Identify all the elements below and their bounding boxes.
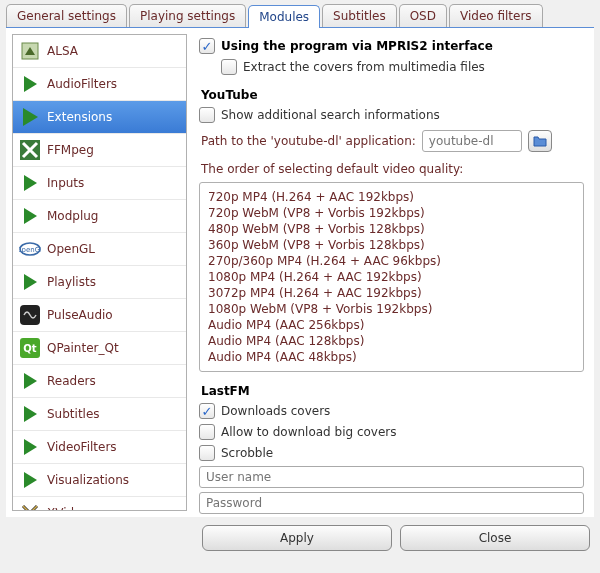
play-icon [19, 106, 41, 128]
sidebar-item-label: Playlists [47, 275, 96, 289]
sidebar-item-label: OpenGL [47, 242, 95, 256]
pulseaudio-icon [19, 304, 41, 326]
lastfm-big-row: Allow to download big covers [199, 422, 584, 443]
module-sidebar[interactable]: ALSA AudioFilters Extensions FFMpeg Inpu… [12, 34, 187, 511]
sidebar-item-alsa[interactable]: ALSA [13, 35, 186, 68]
lastfm-title: LastFM [199, 374, 584, 401]
mpris2-row: Using the program via MPRIS2 interface [199, 36, 584, 57]
extract-covers-row: Extract the covers from multimedia files [199, 57, 584, 78]
settings-panel: Using the program via MPRIS2 interface E… [191, 28, 594, 517]
youtube-show-additional-checkbox[interactable] [199, 107, 215, 123]
sidebar-item-inputs[interactable]: Inputs [13, 167, 186, 200]
sidebar-item-readers[interactable]: Readers [13, 365, 186, 398]
extract-covers-checkbox[interactable] [221, 59, 237, 75]
sidebar-item-label: Modplug [47, 209, 99, 223]
play-icon [19, 172, 41, 194]
lastfm-big-label: Allow to download big covers [221, 425, 397, 439]
quality-item[interactable]: 1080p MP4 (H.264 + AAC 192kbps) [208, 269, 575, 285]
sidebar-item-label: VideoFilters [47, 440, 117, 454]
play-icon [19, 370, 41, 392]
quality-item[interactable]: Audio MP4 (AAC 128kbps) [208, 333, 575, 349]
youtube-show-additional-label: Show additional search informations [221, 108, 440, 122]
sidebar-item-label: QPainter_Qt [47, 341, 119, 355]
lastfm-scrobble-checkbox[interactable] [199, 445, 215, 461]
tab-video-filters[interactable]: Video filters [449, 4, 543, 27]
sidebar-item-subtitles[interactable]: Subtitles [13, 398, 186, 431]
folder-icon [533, 135, 547, 147]
play-icon [19, 73, 41, 95]
mpris2-label: Using the program via MPRIS2 interface [221, 39, 493, 53]
youtube-show-additional-row: Show additional search informations [199, 105, 584, 126]
alsa-icon [19, 40, 41, 62]
sidebar-item-label: FFMpeg [47, 143, 94, 157]
lastfm-username-input[interactable] [199, 466, 584, 488]
sidebar-item-visualizations[interactable]: Visualizations [13, 464, 186, 497]
youtube-dl-path-input[interactable] [422, 130, 522, 152]
svg-text:OpenGL: OpenGL [19, 246, 41, 254]
sidebar-item-label: Extensions [47, 110, 112, 124]
play-icon [19, 469, 41, 491]
sidebar-item-extensions[interactable]: Extensions [13, 101, 186, 134]
play-icon [19, 403, 41, 425]
tab-general[interactable]: General settings [6, 4, 127, 27]
sidebar-item-label: XVideo [47, 506, 89, 511]
sidebar-item-label: PulseAudio [47, 308, 113, 322]
lastfm-scrobble-label: Scrobble [221, 446, 273, 460]
xvideo-icon [19, 502, 41, 511]
sidebar-item-pulseaudio[interactable]: PulseAudio [13, 299, 186, 332]
quality-item[interactable]: 720p MP4 (H.264 + AAC 192kbps) [208, 189, 575, 205]
svg-text:Qt: Qt [23, 343, 37, 354]
sidebar-item-ffmpeg[interactable]: FFMpeg [13, 134, 186, 167]
tab-osd[interactable]: OSD [399, 4, 447, 27]
extract-covers-label: Extract the covers from multimedia files [243, 60, 485, 74]
quality-item[interactable]: Audio MP4 (AAC 48kbps) [208, 349, 575, 365]
quality-item[interactable]: 270p/360p MP4 (H.264 + AAC 96kbps) [208, 253, 575, 269]
play-icon [19, 436, 41, 458]
dialog-buttons: Apply Close [0, 517, 600, 559]
lastfm-downloads-label: Downloads covers [221, 404, 330, 418]
sidebar-item-xvideo[interactable]: XVideo [13, 497, 186, 511]
quality-item[interactable]: 3072p MP4 (H.264 + AAC 192kbps) [208, 285, 575, 301]
sidebar-item-label: Inputs [47, 176, 84, 190]
sidebar-item-label: Readers [47, 374, 96, 388]
sidebar-item-playlists[interactable]: Playlists [13, 266, 186, 299]
youtube-dl-path-row: Path to the 'youtube-dl' application: [199, 126, 584, 158]
content-pane: ALSA AudioFilters Extensions FFMpeg Inpu… [6, 27, 594, 517]
sidebar-item-videofilters[interactable]: VideoFilters [13, 431, 186, 464]
youtube-dl-path-label: Path to the 'youtube-dl' application: [201, 134, 416, 148]
sidebar-item-audiofilters[interactable]: AudioFilters [13, 68, 186, 101]
sidebar-item-label: AudioFilters [47, 77, 117, 91]
ffmpeg-icon [19, 139, 41, 161]
youtube-title: YouTube [199, 78, 584, 105]
apply-button[interactable]: Apply [202, 525, 392, 551]
lastfm-password-input[interactable] [199, 492, 584, 514]
sidebar-item-label: Subtitles [47, 407, 100, 421]
tab-modules[interactable]: Modules [248, 5, 320, 28]
quality-list[interactable]: 720p MP4 (H.264 + AAC 192kbps) 720p WebM… [199, 182, 584, 372]
sidebar-item-label: ALSA [47, 44, 78, 58]
sidebar-item-label: Visualizations [47, 473, 129, 487]
play-icon [19, 205, 41, 227]
mpris2-checkbox[interactable] [199, 38, 215, 54]
sidebar-item-opengl[interactable]: OpenGL OpenGL [13, 233, 186, 266]
opengl-icon: OpenGL [19, 238, 41, 260]
tab-playing[interactable]: Playing settings [129, 4, 246, 27]
lastfm-scrobble-row: Scrobble [199, 443, 584, 464]
quality-order-label: The order of selecting default video qua… [199, 158, 584, 180]
qt-icon: Qt [19, 337, 41, 359]
quality-item[interactable]: 1080p WebM (VP8 + Vorbis 192kbps) [208, 301, 575, 317]
tab-subtitles[interactable]: Subtitles [322, 4, 397, 27]
quality-item[interactable]: 360p WebM (VP8 + Vorbis 128kbps) [208, 237, 575, 253]
play-icon [19, 271, 41, 293]
sidebar-item-modplug[interactable]: Modplug [13, 200, 186, 233]
quality-item[interactable]: 480p WebM (VP8 + Vorbis 128kbps) [208, 221, 575, 237]
browse-button[interactable] [528, 130, 552, 152]
sidebar-item-qpainter[interactable]: Qt QPainter_Qt [13, 332, 186, 365]
lastfm-downloads-checkbox[interactable] [199, 403, 215, 419]
tab-bar: General settings Playing settings Module… [0, 0, 600, 27]
lastfm-big-checkbox[interactable] [199, 424, 215, 440]
quality-item[interactable]: 720p WebM (VP8 + Vorbis 192kbps) [208, 205, 575, 221]
close-button[interactable]: Close [400, 525, 590, 551]
lastfm-downloads-row: Downloads covers [199, 401, 584, 422]
quality-item[interactable]: Audio MP4 (AAC 256kbps) [208, 317, 575, 333]
